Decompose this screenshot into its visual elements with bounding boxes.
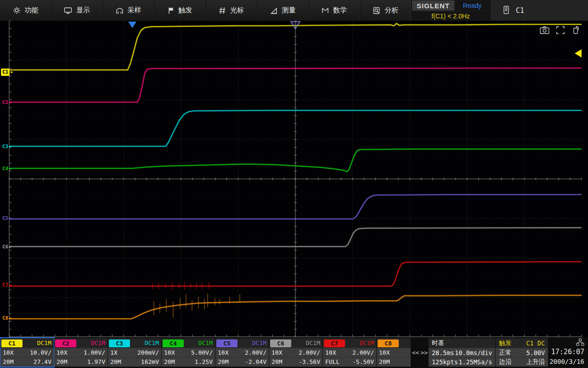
channel-box-c2[interactable]: C2DC1M10X1.00V/20M1.97V bbox=[54, 338, 107, 367]
pager-prev-button[interactable]: << bbox=[412, 349, 419, 356]
channel-marker-c5[interactable]: C5▶ bbox=[1, 215, 13, 222]
channel-offset: 27.4V bbox=[34, 358, 51, 365]
channel-box-c6[interactable]: C6DC1M10X2.00V/20M-3.56V bbox=[269, 338, 322, 367]
channel-offset: -5.50V bbox=[352, 358, 374, 365]
channel-box-c1[interactable]: C1DC1M10X10.0V/20M27.4V bbox=[0, 338, 54, 367]
top-menu-bar: 功能 显示 采样 触发 光标 测量 bbox=[0, 0, 588, 21]
channel-marker-label: C3 bbox=[2, 143, 8, 150]
channel-marker-arrow-icon: ▶ bbox=[11, 69, 13, 76]
rotate-display-icon[interactable] bbox=[571, 25, 582, 34]
channel-attenuation: 10X bbox=[3, 349, 13, 356]
clock-date: 2000/3/16 bbox=[549, 357, 584, 366]
channel-coupling: DC1M bbox=[145, 339, 159, 346]
timebase-scale: 10.0ms/div bbox=[455, 349, 492, 356]
channel-coupling: DC1M bbox=[198, 339, 213, 346]
menu-item-label: 测量 bbox=[282, 6, 296, 15]
channel-chip: C2 bbox=[55, 339, 76, 347]
channel-coupling: DC1M bbox=[360, 339, 374, 346]
menu-item-label: 功能 bbox=[25, 6, 39, 15]
menu-item-label: 采样 bbox=[128, 6, 141, 15]
channel-chip: C6 bbox=[270, 339, 291, 347]
timebase-title: 时基 bbox=[432, 339, 444, 347]
menu-item-math[interactable]: 数学 bbox=[309, 0, 360, 21]
channel-bandwidth: 20M bbox=[379, 358, 390, 365]
trigger-mode: 正常 bbox=[499, 349, 511, 357]
channel-marker-arrow-icon: ▶ bbox=[9, 143, 11, 150]
channel-box-c7[interactable]: C7DC1M10X2.00V/FULL-5.50V bbox=[323, 338, 376, 367]
active-channel-button[interactable]: C1 bbox=[490, 0, 588, 21]
brand-logo: SIGLENT bbox=[412, 0, 455, 11]
sample-rate: 1.25MSa/s bbox=[458, 358, 492, 366]
channel-volts-per-div: 2.00V/ bbox=[245, 349, 266, 356]
channel-chip: C8 bbox=[378, 339, 399, 347]
menu-item-label: 光标 bbox=[230, 6, 244, 15]
channel-bandwidth: 20M bbox=[57, 358, 67, 365]
channel-coupling: DC1M bbox=[37, 339, 51, 346]
trigger-box[interactable]: 触发 C1 DC 正常 5.00V 边沿 上升沿 bbox=[496, 338, 548, 367]
trigger-position-marker[interactable] bbox=[128, 22, 136, 28]
display-icon bbox=[64, 7, 72, 14]
channel-marker-label: C6 bbox=[2, 243, 8, 251]
timebase-box[interactable]: 时基 28.5ms 10.0ms/div 125kpts 1.25MSa/s bbox=[429, 338, 496, 367]
bottom-status-bar: C1DC1M10X10.0V/20M27.4VC2DC1M10X1.00V/20… bbox=[0, 337, 588, 368]
active-channel-label: C1 bbox=[516, 6, 524, 15]
pager-next-button[interactable]: >> bbox=[420, 349, 428, 356]
acquire-icon bbox=[116, 7, 124, 14]
screenshot-camera-icon[interactable] bbox=[539, 25, 549, 34]
acquisition-status[interactable]: Ready bbox=[455, 0, 490, 11]
waveform-display[interactable]: C1▶C2▶C3▶C4▶C5▶C6▶C7▶C8▶ bbox=[0, 21, 588, 337]
status-block: SIGLENT Ready f(C1) < 2.0Hz bbox=[412, 0, 490, 21]
channel-marker-c1[interactable]: C1▶ bbox=[1, 69, 10, 76]
channel-attenuation: 10X bbox=[379, 349, 390, 356]
network-icon[interactable] bbox=[576, 338, 584, 347]
channel-chip: C4 bbox=[163, 339, 184, 347]
channel-marker-c8[interactable]: C8▶ bbox=[1, 315, 13, 322]
menu-item-display[interactable]: 显示 bbox=[51, 0, 103, 21]
channel-marker-label: C8 bbox=[2, 315, 8, 322]
channel-marker-c2[interactable]: C2▶ bbox=[1, 99, 13, 106]
channel-coupling: DC1M bbox=[91, 339, 105, 346]
channel-attenuation: 1X bbox=[110, 349, 118, 356]
menu-item-analysis[interactable]: 分析 bbox=[360, 0, 412, 21]
channel-attenuation: 10X bbox=[164, 349, 175, 356]
channel-box-c5[interactable]: C5DC1M10X2.00V/20M-2.04V bbox=[215, 338, 269, 367]
channel-marker-arrow-icon: ▶ bbox=[9, 215, 11, 222]
menu-item-label: 显示 bbox=[76, 6, 90, 15]
menu-item-measure[interactable]: 测量 bbox=[257, 0, 309, 21]
channel-marker-arrow-icon: ▶ bbox=[9, 165, 11, 172]
trigger-level-marker[interactable] bbox=[575, 49, 582, 58]
channel-bandwidth: 20M bbox=[110, 358, 121, 365]
probe-device-icon bbox=[503, 6, 509, 16]
channel-volts-per-div: 2.00V/ bbox=[299, 349, 320, 356]
channel-chip: C7 bbox=[324, 339, 345, 347]
channel-offset: 1.25V bbox=[195, 358, 213, 365]
channel-marker-c7[interactable]: C7▶ bbox=[1, 282, 13, 289]
channel-coupling: DC1M bbox=[252, 339, 266, 346]
channel-marker-label: C7 bbox=[2, 282, 8, 289]
channel-box-c4[interactable]: C4DC1M10X5.00V/20M1.25V bbox=[162, 338, 215, 367]
channel-chip: C3 bbox=[109, 339, 130, 347]
channel-marker-c3[interactable]: C3▶ bbox=[1, 143, 13, 150]
channel-volts-per-div: 10.0V/ bbox=[30, 349, 51, 356]
fullscreen-icon[interactable] bbox=[555, 25, 565, 34]
menu-item-trigger[interactable]: 触发 bbox=[154, 0, 206, 21]
menu-item-acquire[interactable]: 采样 bbox=[103, 0, 154, 21]
channel-marker-c6[interactable]: C6▶ bbox=[1, 243, 13, 251]
channel-marker-arrow-icon: ▶ bbox=[9, 99, 11, 106]
math-icon bbox=[322, 7, 329, 14]
channel-volts-per-div: 5.00V/ bbox=[191, 349, 213, 356]
channel-marker-arrow-icon: ▶ bbox=[9, 315, 11, 322]
channel-coupling: DC1M bbox=[306, 339, 320, 346]
analysis-icon bbox=[373, 7, 381, 14]
channel-bandwidth: 20M bbox=[271, 358, 282, 365]
menu-item-cursor[interactable]: 光标 bbox=[206, 0, 257, 21]
channel-attenuation: 10X bbox=[325, 349, 336, 356]
channel-box-c3[interactable]: C3DC1M1X200mV/20M162mV bbox=[108, 338, 161, 367]
channel-marker-c4[interactable]: C4▶ bbox=[1, 165, 13, 172]
trigger-level: 5.00V bbox=[526, 349, 545, 356]
channel-volts-per-div: 2.00V/ bbox=[352, 349, 374, 356]
channel-offset: 1.97V bbox=[87, 358, 105, 365]
channel-box-c8[interactable]: C810X20M bbox=[377, 338, 411, 367]
menu-item-function[interactable]: 功能 bbox=[0, 0, 51, 21]
channel-marker-label: C1 bbox=[2, 69, 8, 76]
